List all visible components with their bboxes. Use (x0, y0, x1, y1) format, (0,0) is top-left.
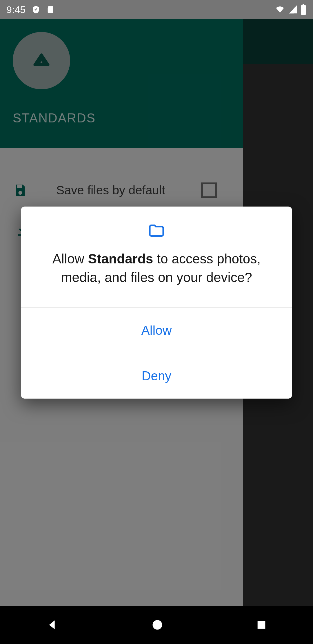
battery-icon (300, 4, 307, 15)
allow-button[interactable]: Allow (21, 308, 292, 353)
wifi-icon (274, 5, 286, 14)
sd-card-icon (46, 5, 54, 15)
permission-dialog: Allow Standards to access photos, media,… (21, 207, 292, 399)
navigation-bar (0, 606, 313, 644)
nav-recents-button[interactable] (256, 619, 267, 631)
status-time: 9:45 (6, 4, 26, 15)
nav-home-button[interactable] (151, 618, 164, 631)
svg-point-3 (152, 620, 162, 630)
cell-signal-icon (288, 5, 298, 14)
folder-icon (37, 224, 276, 237)
permission-prompt: Allow Standards to access photos, media,… (37, 249, 276, 287)
status-bar: 9:45 (0, 0, 313, 19)
deny-button[interactable]: Deny (21, 353, 292, 399)
svg-rect-4 (257, 621, 265, 629)
nav-back-button[interactable] (46, 618, 59, 632)
shield-icon (31, 4, 41, 15)
prompt-prefix: Allow (52, 251, 88, 266)
prompt-app-name: Standards (88, 251, 153, 266)
